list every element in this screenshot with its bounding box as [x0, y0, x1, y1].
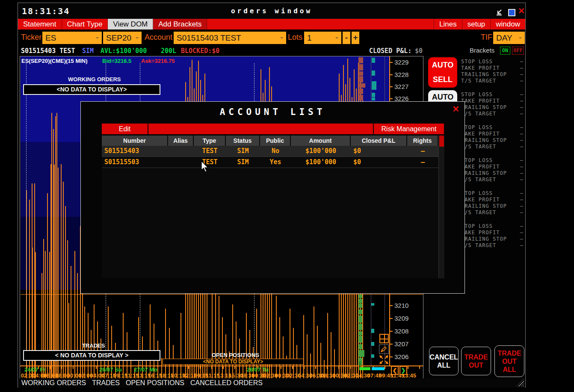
trade-out-button[interactable]: TRADEOUT	[461, 347, 491, 375]
cell-closed-p-l: $0	[351, 157, 407, 168]
chart-bid: Bid=3216.5	[102, 58, 131, 64]
dom-cell-bid-top	[372, 81, 376, 90]
buy-depth-bar	[359, 367, 370, 370]
price-label: 3206	[394, 353, 408, 360]
time-tick	[292, 366, 293, 369]
time-tick	[327, 366, 328, 369]
menu-item-lines[interactable]: Lines	[434, 19, 462, 29]
menu-item-window[interactable]: window	[490, 19, 525, 29]
button-line: OUT	[495, 357, 524, 365]
lots-plus-button[interactable]: +	[352, 32, 359, 44]
close-icon[interactable]: ✕	[518, 8, 525, 15]
chart-symbol: ES(SEP20)(CME)(15 MIN)	[21, 58, 88, 64]
dom-cell-buy	[358, 315, 362, 323]
menu-item-add-brackets[interactable]: Add Brackets	[153, 19, 207, 29]
draw-pencil-icon[interactable]	[379, 345, 389, 354]
volume-bar	[236, 321, 237, 378]
bracket-row-t-s-target: T/S TARGET–	[461, 177, 524, 183]
volume-bar	[279, 317, 280, 378]
column-header-closed-p-l[interactable]: Closed P&L	[351, 136, 407, 146]
auto-sell-button[interactable]: AUTO SELL	[428, 57, 457, 88]
volume-bar	[55, 116, 56, 378]
bracket-row-trailing-stop: TRAILING STOP–	[461, 236, 524, 242]
bracket-value: –	[520, 223, 524, 229]
scroll-right-button[interactable]: ❯	[399, 366, 407, 375]
bracket-row-trailing-stop: TRAILING STOP–	[461, 104, 524, 110]
status-account: S01515403 TEST	[21, 47, 75, 55]
tab-trades[interactable]: TRADES	[92, 379, 120, 387]
time-tick	[84, 366, 85, 369]
lots-select[interactable]: 1 ⌄	[304, 32, 341, 44]
brackets-off-button[interactable]: OFF	[512, 47, 524, 55]
tab-working-orders[interactable]: WORKING ORDERS	[21, 379, 86, 387]
tif-select[interactable]: DAY ⌄	[493, 32, 525, 44]
current-time-marker	[359, 361, 361, 367]
edit-button[interactable]: Edit	[102, 124, 148, 134]
status-line: S01515403 TEST SIM AVL:$100'000 200L BLO…	[18, 46, 525, 56]
grid-view-icon[interactable]	[379, 334, 389, 343]
price-tick	[389, 98, 393, 99]
dom-cell-buy	[358, 331, 362, 335]
dom-cell-bid-top	[372, 58, 375, 63]
maximize-icon[interactable]	[508, 9, 515, 16]
dom-cell-buy	[358, 350, 364, 357]
column-header-alias[interactable]: Alias	[168, 136, 194, 146]
account-select[interactable]: S01515403 TEST ⌄	[174, 32, 286, 44]
tab-cancelled-orders[interactable]: CANCELLED ORDERS	[190, 379, 263, 387]
bracket-row-take-profit: TAKE PROFIT–	[461, 164, 524, 170]
menu-item-statement[interactable]: Statement	[18, 19, 62, 29]
volume-bar	[77, 273, 78, 378]
price-label: 3227	[394, 83, 408, 90]
expand-arrows-icon[interactable]	[379, 354, 389, 365]
brackets-on-button[interactable]: ON	[500, 47, 510, 55]
table-row[interactable]: S01515503TESTSIMYes$100'000$0–	[102, 157, 438, 168]
cell-alias	[168, 157, 194, 168]
volume-bar	[307, 334, 308, 378]
bracket-value: –	[520, 236, 524, 242]
dom-cell-buy	[358, 304, 362, 308]
column-header-public[interactable]: Public	[260, 136, 291, 146]
menu-item-view-dom[interactable]: View DOM	[108, 19, 153, 29]
column-header-status[interactable]: Status	[226, 136, 260, 146]
title-bar[interactable]: 18:31:34 orders window ✕	[18, 3, 525, 19]
column-header-rights[interactable]: Rights	[407, 136, 438, 146]
table-scrollbar[interactable]	[438, 136, 444, 278]
table-row[interactable]: S01515403TESTSIMNo$100'000$0–	[102, 146, 438, 157]
expiry-select[interactable]: SEP20 ⌄	[103, 32, 142, 44]
chevron-down-icon: ⌄	[279, 30, 284, 43]
button-line: CANCEL	[429, 353, 458, 361]
menu-item-chart-type[interactable]: Chart Type	[62, 19, 108, 29]
price-tick	[389, 318, 393, 319]
minimize-icon[interactable]	[495, 9, 503, 18]
time-axis-line	[20, 365, 423, 366]
close-icon[interactable]: ✕	[452, 104, 459, 114]
scrollbar-thumb[interactable]	[439, 136, 444, 147]
bracket-value: –	[520, 131, 524, 137]
trades-label: TRADES	[82, 342, 105, 349]
time-tick	[165, 366, 166, 369]
dom-cell-buy	[358, 299, 362, 303]
ticker-select[interactable]: ES ⌄	[42, 32, 102, 44]
lots-minus-button[interactable]: -	[343, 32, 350, 44]
volume-bar	[61, 164, 62, 378]
cancel-all-button[interactable]: CANCELALL	[429, 347, 459, 375]
scroll-left-button[interactable]: ❮	[391, 366, 399, 375]
menu-item-setup[interactable]: setup	[462, 19, 491, 29]
column-header-amount[interactable]: Amount	[291, 136, 351, 146]
trade-out-all-button[interactable]: TRADEOUTALL	[494, 345, 524, 377]
volume-bar	[317, 326, 318, 378]
menu-left: StatementChart TypeView DOMAdd Brackets	[18, 19, 207, 29]
column-header-type[interactable]: Type	[194, 136, 226, 146]
bracket-value: –	[520, 98, 524, 104]
bracket-value: –	[520, 242, 524, 248]
dom-cell-buy	[358, 309, 362, 314]
column-header-number[interactable]: Number	[102, 136, 168, 146]
auto-buy-line1: AUTO	[428, 93, 457, 102]
risk-management-button[interactable]: Risk Management	[373, 124, 444, 134]
volume-bar	[314, 307, 314, 378]
bracket-row-take-profit: TAKE PROFIT–	[461, 65, 524, 71]
tab-open-positions[interactable]: OPEN POSITIONS	[126, 379, 184, 387]
bracket-row-take-profit: TAKE PROFIT–	[461, 98, 524, 104]
menu-right: Linessetupwindow	[434, 19, 525, 29]
cell-amount: $100'000	[291, 146, 351, 156]
